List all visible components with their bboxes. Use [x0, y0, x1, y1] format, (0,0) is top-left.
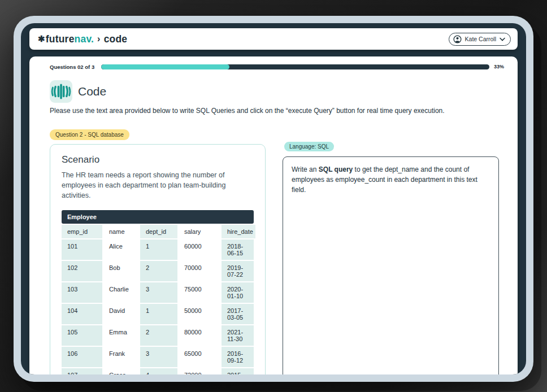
- table-cell: 2: [140, 261, 177, 281]
- table-cell: 3: [140, 282, 177, 303]
- table-cell: 102: [62, 261, 102, 281]
- avatar-icon: [453, 35, 462, 43]
- table-cell: 104: [62, 304, 102, 324]
- table-cell: David: [103, 304, 139, 324]
- app-logo: ✱futurenav.›code: [38, 33, 127, 45]
- table-cell: 106: [62, 347, 102, 367]
- table-row: 103Charlie3750002020-01-10: [62, 282, 254, 303]
- column-header: emp_id: [62, 225, 102, 238]
- table-cell: 2017-03-05: [222, 304, 254, 324]
- screen: ✱futurenav.›code Kate Carroll: [21, 23, 526, 374]
- desktop-background: ✱futurenav.›code Kate Carroll: [0, 0, 547, 392]
- table-row: 102Bob2700002019-07-22: [62, 261, 254, 281]
- table-cell: 105: [62, 325, 102, 346]
- instruction-text: Please use the text area provided below …: [50, 107, 490, 115]
- table-header-row: emp_idnamedept_idsalaryhire_date: [62, 225, 254, 238]
- table-cell: Alice: [103, 239, 139, 260]
- table-row: 104David1500002017-03-05: [62, 304, 254, 324]
- question-badge: Question 2 - SQL database: [50, 129, 129, 140]
- breadcrumb-separator: ›: [97, 34, 101, 44]
- top-nav: ✱futurenav.›code Kate Carroll: [29, 28, 518, 50]
- employee-table: emp_idnamedept_idsalaryhire_date101Alice…: [62, 225, 254, 374]
- table-cell: Charlie: [103, 282, 139, 303]
- progress-section: Questions 02 of 3 33%: [50, 63, 504, 71]
- progress-bar: [101, 64, 489, 69]
- table-cell: 3: [140, 347, 177, 367]
- logo-part-code: code: [104, 33, 128, 45]
- page-title: Code: [78, 85, 106, 98]
- table-cell: Emma: [103, 325, 139, 346]
- table-cell: 103: [62, 282, 102, 303]
- table-cell: 1: [140, 239, 177, 260]
- column-header: name: [103, 225, 139, 238]
- table-row: 107Grace4720002015-08-19: [62, 368, 254, 374]
- language-badge: Language: SQL: [284, 142, 334, 151]
- table-cell: 2021-11-30: [222, 325, 254, 346]
- table-cell: 2: [140, 325, 177, 346]
- table-cell: Frank: [103, 347, 139, 367]
- table-cell: Bob: [103, 261, 139, 281]
- table-row: 105Emma2800002021-11-30: [62, 325, 254, 346]
- table-cell: 80000: [179, 325, 220, 346]
- table-cell: 72000: [179, 368, 220, 374]
- logo-part-nav: nav.: [75, 33, 94, 45]
- code-section-icon: [50, 80, 72, 103]
- logo-asterisk-icon: ✱: [38, 34, 45, 44]
- employee-table-title: Employee: [62, 210, 254, 224]
- progress-percent: 33%: [494, 64, 504, 69]
- table-cell: 75000: [179, 282, 220, 303]
- user-name: Kate Carroll: [465, 36, 496, 42]
- prompt-text-bold: SQL query: [319, 165, 353, 173]
- table-cell: 1: [140, 304, 177, 324]
- table-cell: 2016-09-12: [222, 347, 254, 367]
- table-cell: 101: [62, 239, 102, 260]
- column-header: dept_id: [140, 225, 177, 238]
- table-cell: 107: [62, 368, 102, 374]
- column-header: salary: [179, 225, 220, 238]
- main-panel: Questions 02 of 3 33%: [29, 56, 518, 374]
- table-cell: Grace: [103, 368, 139, 374]
- table-cell: 2020-01-10: [222, 282, 254, 303]
- scenario-title: Scenario: [62, 154, 254, 165]
- table-cell: 2018-06-15: [222, 239, 254, 260]
- chevron-down-icon[interactable]: [500, 37, 505, 41]
- table-cell: 70000: [179, 261, 220, 281]
- table-row: 101Alice1600002018-06-15: [62, 239, 254, 260]
- progress-label: Questions 02 of 3: [50, 64, 94, 70]
- table-cell: 65000: [179, 347, 220, 367]
- page-header: Code: [50, 80, 106, 103]
- progress-bar-fill: [101, 64, 229, 69]
- table-cell: 50000: [179, 304, 220, 324]
- table-cell: 2015-08-19: [222, 368, 254, 374]
- prompt-text-prefix: Write an: [292, 165, 319, 173]
- table-cell: 4: [140, 368, 177, 374]
- user-menu-button[interactable]: Kate Carroll: [449, 33, 511, 46]
- table-row: 106Frank3650002016-09-12: [62, 347, 254, 367]
- logo-part-future: future: [46, 33, 75, 45]
- column-header: hire_date: [222, 225, 255, 238]
- table-cell: 2019-07-22: [222, 261, 254, 281]
- scenario-description: The HR team needs a report showing the n…: [62, 171, 248, 201]
- table-cell: 60000: [179, 239, 220, 260]
- device-frame: ✱futurenav.›code Kate Carroll: [14, 16, 533, 382]
- scenario-card: Scenario The HR team needs a report show…: [50, 144, 266, 374]
- query-textarea[interactable]: Write an SQL query to get the dept_name …: [283, 156, 499, 374]
